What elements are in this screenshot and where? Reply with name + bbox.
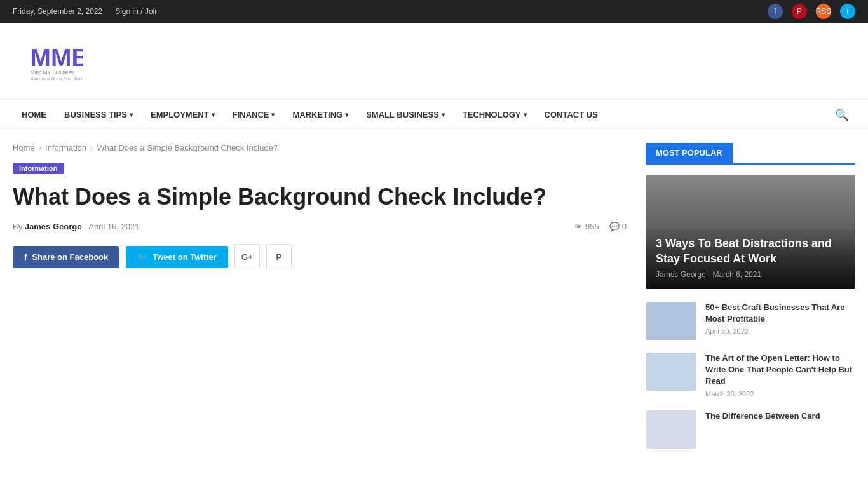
breadcrumb-information[interactable]: Information [45, 143, 86, 152]
share-twitter-label: Tweet on Twitter [153, 252, 217, 262]
logo-area[interactable]: MMB Mind MY Business Start and Grow Your… [25, 36, 83, 86]
views-count: 👁 955 [574, 222, 599, 231]
sidebar-article-info-2: The Art of the Open Letter: How to Write… [705, 353, 855, 398]
breadcrumb-sep: › [39, 143, 41, 152]
comments-number: 0 [622, 222, 627, 231]
author-row: By James George - April 16, 2021 👁 955 💬… [13, 222, 627, 231]
chevron-icon: ▾ [345, 111, 348, 118]
sidebar-article-info-3: The Difference Between Card [705, 410, 855, 424]
comments-count: 💬 0 [609, 222, 627, 231]
sidebar-thumb-1 [646, 302, 696, 340]
top-bar-right: f P RSS t [768, 4, 855, 19]
main-layout: Home › Information › What Does a Simple … [0, 130, 868, 474]
twitter-icon[interactable]: t [840, 4, 855, 19]
featured-author-name: James George [656, 270, 706, 279]
category-badge[interactable]: Information [13, 163, 64, 174]
google-plus-icon: G+ [241, 252, 253, 262]
nav-contact[interactable]: CONTACT US [536, 100, 607, 130]
featured-card-title: 3 Ways To Beat Distractions and Stay Foc… [656, 236, 845, 266]
share-pinterest-button[interactable]: P [266, 244, 292, 269]
article-title: What Does a Simple Background Check Incl… [13, 183, 627, 210]
share-twitter-button[interactable]: 🐦 Tweet on Twitter [126, 246, 228, 268]
pinterest-icon[interactable]: P [792, 4, 807, 19]
site-header: MMB Mind MY Business Start and Grow Your… [0, 23, 868, 100]
meta-right: 👁 955 💬 0 [574, 222, 627, 231]
pinterest-share-icon: P [276, 252, 282, 262]
sidebar-article-date-1: April 30, 2022 [705, 327, 855, 335]
twitter-share-icon: 🐦 [137, 252, 147, 262]
nav-marketing[interactable]: MARKETING ▾ [283, 100, 357, 130]
facebook-share-icon: f [24, 252, 27, 262]
most-popular-label: MOST POPULAR [646, 143, 733, 163]
featured-date: March 6, 2021 [712, 270, 761, 279]
featured-card[interactable]: 3 Ways To Beat Distractions and Stay Foc… [646, 175, 855, 289]
chevron-icon: ▾ [442, 111, 445, 118]
share-facebook-button[interactable]: f Share on Facebook [13, 246, 119, 268]
share-facebook-label: Share on Facebook [32, 252, 108, 262]
nav-items: HOME BUSINESS TIPS ▾ EMPLOYMENT ▾ FINANC… [13, 100, 829, 130]
chevron-icon: ▾ [524, 111, 527, 118]
main-nav: HOME BUSINESS TIPS ▾ EMPLOYMENT ▾ FINANC… [0, 100, 868, 130]
share-buttons: f Share on Facebook 🐦 Tweet on Twitter G… [13, 244, 627, 269]
breadcrumb-home[interactable]: Home [13, 143, 35, 152]
sidebar-article-3: The Difference Between Card [646, 410, 855, 449]
nav-finance[interactable]: FINANCE ▾ [224, 100, 284, 130]
author-name[interactable]: James George [25, 222, 82, 231]
eye-icon: 👁 [574, 222, 583, 231]
most-popular-header: MOST POPULAR [646, 143, 855, 165]
sidebar: MOST POPULAR 3 Ways To Beat Distractions… [646, 143, 855, 461]
comment-icon: 💬 [609, 222, 620, 231]
breadcrumb: Home › Information › What Does a Simple … [13, 143, 627, 152]
views-number: 955 [585, 222, 599, 231]
svg-text:Mind MY Business: Mind MY Business [31, 69, 74, 75]
nav-small-business[interactable]: SMALL BUSINESS ▾ [357, 100, 454, 130]
breadcrumb-sep: › [90, 143, 93, 152]
nav-technology[interactable]: TECHNOLOGY ▾ [454, 100, 536, 130]
article-date: April 16, 2021 [88, 222, 139, 231]
sidebar-article-title-3[interactable]: The Difference Between Card [705, 410, 855, 422]
share-google-button[interactable]: G+ [234, 244, 260, 269]
chevron-icon: ▾ [271, 111, 275, 118]
sidebar-thumb-3 [646, 410, 696, 449]
top-bar-left: Friday, September 2, 2022 Sign in / Join [13, 7, 159, 16]
sidebar-thumb-2 [646, 353, 696, 391]
sidebar-article-1: 50+ Best Craft Businesses That Are Most … [646, 302, 855, 340]
signin-link[interactable]: Sign in / Join [115, 7, 159, 16]
featured-card-author: James George - March 6, 2021 [656, 270, 845, 279]
svg-text:Start and Grow Your Business: Start and Grow Your Business [31, 75, 83, 81]
nav-home[interactable]: HOME [13, 100, 55, 130]
content-area: Home › Information › What Does a Simple … [13, 143, 627, 461]
author-info: By James George - April 16, 2021 [13, 222, 140, 231]
nav-employment[interactable]: EMPLOYMENT ▾ [142, 100, 224, 130]
svg-text:MMB: MMB [31, 44, 83, 71]
logo-image: MMB Mind MY Business Start and Grow Your… [25, 36, 83, 86]
breadcrumb-current: What Does a Simple Background Check Incl… [97, 143, 278, 152]
featured-card-overlay: 3 Ways To Beat Distractions and Stay Foc… [646, 226, 855, 289]
sidebar-article-date-2: March 30, 2022 [705, 390, 855, 398]
chevron-icon: ▾ [212, 111, 215, 118]
date-label: Friday, September 2, 2022 [13, 7, 102, 16]
rss-icon[interactable]: RSS [816, 4, 831, 19]
search-icon[interactable]: 🔍 [829, 102, 855, 128]
chevron-icon: ▾ [130, 111, 133, 118]
facebook-icon[interactable]: f [768, 4, 783, 19]
sidebar-article-2: The Art of the Open Letter: How to Write… [646, 353, 855, 398]
sidebar-article-title-1[interactable]: 50+ Best Craft Businesses That Are Most … [705, 302, 855, 325]
sidebar-article-title-2[interactable]: The Art of the Open Letter: How to Write… [705, 353, 855, 388]
sidebar-article-info-1: 50+ Best Craft Businesses That Are Most … [705, 302, 855, 335]
nav-business-tips[interactable]: BUSINESS TIPS ▾ [55, 100, 142, 130]
top-bar: Friday, September 2, 2022 Sign in / Join… [0, 0, 868, 23]
